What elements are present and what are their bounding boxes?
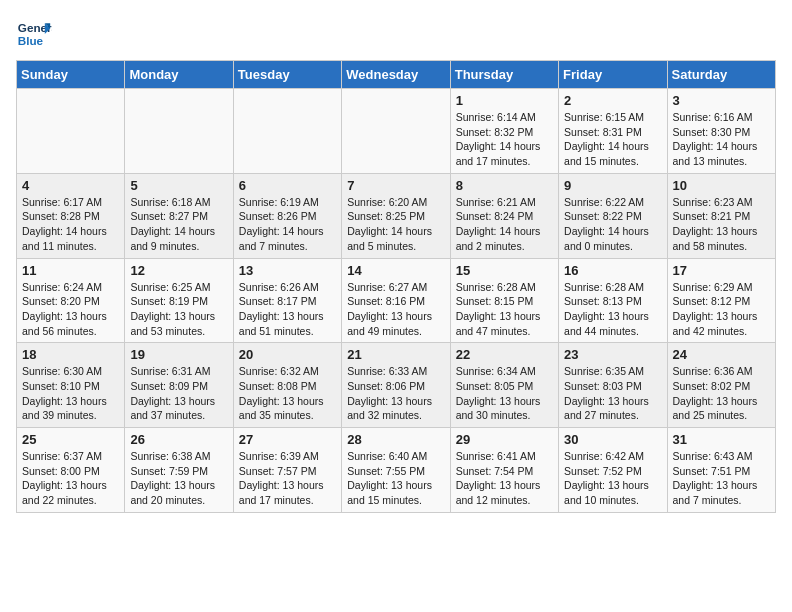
day-number: 22 [456, 347, 553, 362]
day-number: 5 [130, 178, 227, 193]
day-number: 18 [22, 347, 119, 362]
calendar-cell: 12Sunrise: 6:25 AM Sunset: 8:19 PM Dayli… [125, 258, 233, 343]
calendar-cell [342, 89, 450, 174]
day-number: 15 [456, 263, 553, 278]
week-row-3: 11Sunrise: 6:24 AM Sunset: 8:20 PM Dayli… [17, 258, 776, 343]
cell-content: Sunrise: 6:32 AM Sunset: 8:08 PM Dayligh… [239, 364, 336, 423]
logo-icon: General Blue [16, 16, 52, 52]
calendar-cell: 17Sunrise: 6:29 AM Sunset: 8:12 PM Dayli… [667, 258, 775, 343]
cell-content: Sunrise: 6:28 AM Sunset: 8:15 PM Dayligh… [456, 280, 553, 339]
calendar-cell: 22Sunrise: 6:34 AM Sunset: 8:05 PM Dayli… [450, 343, 558, 428]
day-number: 31 [673, 432, 770, 447]
day-number: 24 [673, 347, 770, 362]
calendar-cell [233, 89, 341, 174]
day-number: 17 [673, 263, 770, 278]
calendar-cell: 11Sunrise: 6:24 AM Sunset: 8:20 PM Dayli… [17, 258, 125, 343]
calendar-cell: 7Sunrise: 6:20 AM Sunset: 8:25 PM Daylig… [342, 173, 450, 258]
calendar-cell [17, 89, 125, 174]
calendar-cell: 29Sunrise: 6:41 AM Sunset: 7:54 PM Dayli… [450, 428, 558, 513]
calendar-cell: 3Sunrise: 6:16 AM Sunset: 8:30 PM Daylig… [667, 89, 775, 174]
week-row-5: 25Sunrise: 6:37 AM Sunset: 8:00 PM Dayli… [17, 428, 776, 513]
logo: General Blue [16, 16, 52, 52]
calendar-cell: 19Sunrise: 6:31 AM Sunset: 8:09 PM Dayli… [125, 343, 233, 428]
calendar-cell: 16Sunrise: 6:28 AM Sunset: 8:13 PM Dayli… [559, 258, 667, 343]
week-row-1: 1Sunrise: 6:14 AM Sunset: 8:32 PM Daylig… [17, 89, 776, 174]
day-number: 13 [239, 263, 336, 278]
day-number: 26 [130, 432, 227, 447]
calendar-cell [125, 89, 233, 174]
cell-content: Sunrise: 6:20 AM Sunset: 8:25 PM Dayligh… [347, 195, 444, 254]
day-number: 11 [22, 263, 119, 278]
day-number: 20 [239, 347, 336, 362]
cell-content: Sunrise: 6:33 AM Sunset: 8:06 PM Dayligh… [347, 364, 444, 423]
column-header-monday: Monday [125, 61, 233, 89]
calendar-cell: 28Sunrise: 6:40 AM Sunset: 7:55 PM Dayli… [342, 428, 450, 513]
day-number: 29 [456, 432, 553, 447]
day-number: 27 [239, 432, 336, 447]
calendar-table: SundayMondayTuesdayWednesdayThursdayFrid… [16, 60, 776, 513]
calendar-cell: 14Sunrise: 6:27 AM Sunset: 8:16 PM Dayli… [342, 258, 450, 343]
cell-content: Sunrise: 6:17 AM Sunset: 8:28 PM Dayligh… [22, 195, 119, 254]
calendar-cell: 1Sunrise: 6:14 AM Sunset: 8:32 PM Daylig… [450, 89, 558, 174]
day-number: 7 [347, 178, 444, 193]
column-header-tuesday: Tuesday [233, 61, 341, 89]
calendar-cell: 13Sunrise: 6:26 AM Sunset: 8:17 PM Dayli… [233, 258, 341, 343]
day-number: 2 [564, 93, 661, 108]
column-header-sunday: Sunday [17, 61, 125, 89]
day-number: 19 [130, 347, 227, 362]
cell-content: Sunrise: 6:40 AM Sunset: 7:55 PM Dayligh… [347, 449, 444, 508]
cell-content: Sunrise: 6:36 AM Sunset: 8:02 PM Dayligh… [673, 364, 770, 423]
cell-content: Sunrise: 6:38 AM Sunset: 7:59 PM Dayligh… [130, 449, 227, 508]
cell-content: Sunrise: 6:43 AM Sunset: 7:51 PM Dayligh… [673, 449, 770, 508]
day-number: 14 [347, 263, 444, 278]
cell-content: Sunrise: 6:18 AM Sunset: 8:27 PM Dayligh… [130, 195, 227, 254]
svg-text:Blue: Blue [18, 34, 44, 47]
day-number: 3 [673, 93, 770, 108]
calendar-cell: 27Sunrise: 6:39 AM Sunset: 7:57 PM Dayli… [233, 428, 341, 513]
calendar-cell: 8Sunrise: 6:21 AM Sunset: 8:24 PM Daylig… [450, 173, 558, 258]
calendar-cell: 10Sunrise: 6:23 AM Sunset: 8:21 PM Dayli… [667, 173, 775, 258]
calendar-cell: 21Sunrise: 6:33 AM Sunset: 8:06 PM Dayli… [342, 343, 450, 428]
day-number: 1 [456, 93, 553, 108]
cell-content: Sunrise: 6:41 AM Sunset: 7:54 PM Dayligh… [456, 449, 553, 508]
day-number: 12 [130, 263, 227, 278]
calendar-cell: 24Sunrise: 6:36 AM Sunset: 8:02 PM Dayli… [667, 343, 775, 428]
cell-content: Sunrise: 6:31 AM Sunset: 8:09 PM Dayligh… [130, 364, 227, 423]
cell-content: Sunrise: 6:30 AM Sunset: 8:10 PM Dayligh… [22, 364, 119, 423]
day-number: 30 [564, 432, 661, 447]
header-row: SundayMondayTuesdayWednesdayThursdayFrid… [17, 61, 776, 89]
column-header-friday: Friday [559, 61, 667, 89]
calendar-cell: 30Sunrise: 6:42 AM Sunset: 7:52 PM Dayli… [559, 428, 667, 513]
cell-content: Sunrise: 6:14 AM Sunset: 8:32 PM Dayligh… [456, 110, 553, 169]
column-header-saturday: Saturday [667, 61, 775, 89]
calendar-cell: 23Sunrise: 6:35 AM Sunset: 8:03 PM Dayli… [559, 343, 667, 428]
cell-content: Sunrise: 6:28 AM Sunset: 8:13 PM Dayligh… [564, 280, 661, 339]
calendar-cell: 9Sunrise: 6:22 AM Sunset: 8:22 PM Daylig… [559, 173, 667, 258]
day-number: 28 [347, 432, 444, 447]
cell-content: Sunrise: 6:21 AM Sunset: 8:24 PM Dayligh… [456, 195, 553, 254]
week-row-4: 18Sunrise: 6:30 AM Sunset: 8:10 PM Dayli… [17, 343, 776, 428]
calendar-cell: 2Sunrise: 6:15 AM Sunset: 8:31 PM Daylig… [559, 89, 667, 174]
calendar-cell: 6Sunrise: 6:19 AM Sunset: 8:26 PM Daylig… [233, 173, 341, 258]
cell-content: Sunrise: 6:22 AM Sunset: 8:22 PM Dayligh… [564, 195, 661, 254]
cell-content: Sunrise: 6:34 AM Sunset: 8:05 PM Dayligh… [456, 364, 553, 423]
cell-content: Sunrise: 6:35 AM Sunset: 8:03 PM Dayligh… [564, 364, 661, 423]
day-number: 21 [347, 347, 444, 362]
cell-content: Sunrise: 6:19 AM Sunset: 8:26 PM Dayligh… [239, 195, 336, 254]
week-row-2: 4Sunrise: 6:17 AM Sunset: 8:28 PM Daylig… [17, 173, 776, 258]
day-number: 4 [22, 178, 119, 193]
cell-content: Sunrise: 6:37 AM Sunset: 8:00 PM Dayligh… [22, 449, 119, 508]
cell-content: Sunrise: 6:42 AM Sunset: 7:52 PM Dayligh… [564, 449, 661, 508]
cell-content: Sunrise: 6:26 AM Sunset: 8:17 PM Dayligh… [239, 280, 336, 339]
cell-content: Sunrise: 6:24 AM Sunset: 8:20 PM Dayligh… [22, 280, 119, 339]
day-number: 10 [673, 178, 770, 193]
calendar-cell: 18Sunrise: 6:30 AM Sunset: 8:10 PM Dayli… [17, 343, 125, 428]
day-number: 6 [239, 178, 336, 193]
day-number: 16 [564, 263, 661, 278]
cell-content: Sunrise: 6:23 AM Sunset: 8:21 PM Dayligh… [673, 195, 770, 254]
cell-content: Sunrise: 6:15 AM Sunset: 8:31 PM Dayligh… [564, 110, 661, 169]
header: General Blue [16, 16, 776, 52]
day-number: 9 [564, 178, 661, 193]
day-number: 23 [564, 347, 661, 362]
cell-content: Sunrise: 6:39 AM Sunset: 7:57 PM Dayligh… [239, 449, 336, 508]
